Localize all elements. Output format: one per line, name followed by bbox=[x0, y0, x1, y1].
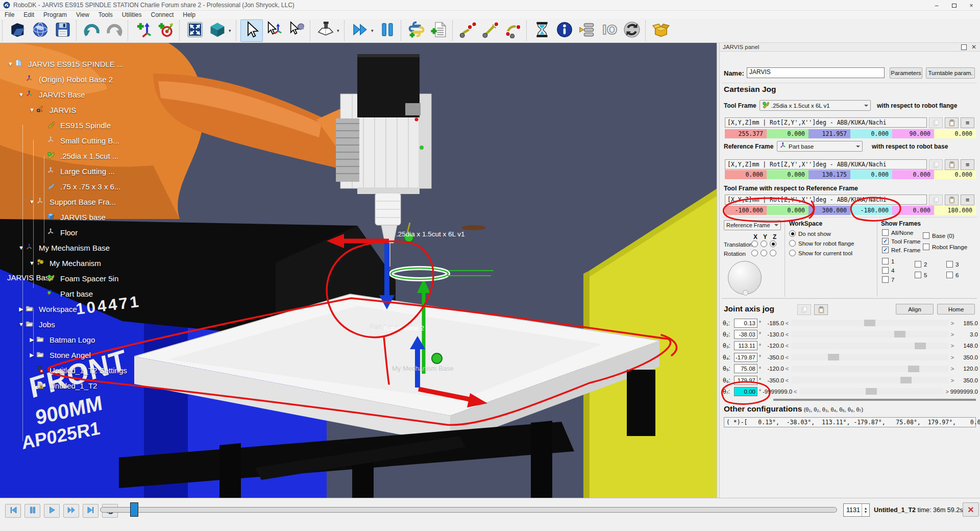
tree-item-es915-spindle[interactable]: ES915 Spindle bbox=[0, 117, 214, 133]
maximize-button[interactable] bbox=[945, 0, 963, 11]
tool-to-reference-pose-value-3[interactable]: -180.000 bbox=[850, 206, 892, 215]
joint-1-value-input[interactable]: 0.13 bbox=[734, 319, 757, 328]
add-python-program-button[interactable] bbox=[405, 19, 428, 42]
move-reference-button[interactable] bbox=[263, 19, 285, 42]
set-io-button[interactable]: IO bbox=[598, 19, 621, 42]
tool-pose-value-2[interactable]: 121.957 bbox=[808, 129, 850, 138]
tool-pose-value-4[interactable]: 90.000 bbox=[892, 129, 934, 138]
tree-item-workspace[interactable]: ▶Workspace bbox=[0, 301, 214, 317]
paste-reference-pose-button[interactable] bbox=[945, 159, 959, 170]
joint-6-increase[interactable]: > bbox=[949, 377, 955, 383]
paste-joints-button[interactable] bbox=[814, 304, 828, 315]
tool-to-reference-pose-value-0[interactable]: -100.000 bbox=[725, 206, 767, 215]
menu-edit[interactable]: Edit bbox=[19, 11, 39, 19]
copy-joints-button[interactable] bbox=[797, 304, 811, 315]
show-frame-5[interactable]: 5 bbox=[915, 272, 927, 278]
workspace-radio-0[interactable] bbox=[789, 230, 796, 237]
show-message-button[interactable] bbox=[553, 19, 576, 42]
reference-pose-value-4[interactable]: 0.000 bbox=[892, 170, 934, 179]
checkbox-icon[interactable] bbox=[946, 272, 953, 278]
play-button[interactable] bbox=[44, 504, 60, 518]
open-file-button[interactable] bbox=[7, 19, 29, 42]
add-program-button[interactable] bbox=[428, 19, 450, 42]
tree-item-jobs[interactable]: ▼Jobs bbox=[0, 317, 214, 332]
show-frame-ref-frame[interactable]: ✓Ref. Frame bbox=[882, 247, 921, 253]
other-config-select[interactable]: ( *)-[ 0.13°, -38.03°, 113.11°, -179.87°… bbox=[724, 417, 976, 427]
menu-tool-to-reference-pose-button[interactable]: ≡ bbox=[961, 195, 974, 205]
workspace-radio-1[interactable] bbox=[789, 240, 796, 247]
joint-2-increase[interactable]: > bbox=[949, 331, 955, 337]
show-frame-4[interactable]: 4 bbox=[882, 267, 894, 274]
turntable-params-button[interactable]: Turntable param. bbox=[926, 67, 975, 79]
close-button[interactable]: × bbox=[963, 0, 980, 11]
expander-down-icon[interactable]: ▼ bbox=[17, 321, 26, 327]
checkbox-icon[interactable] bbox=[923, 244, 929, 250]
checkbox-icon[interactable] bbox=[915, 272, 921, 278]
time-slider-track[interactable] bbox=[100, 507, 837, 513]
joint-2-slider[interactable] bbox=[791, 331, 948, 337]
translation-y-radio[interactable] bbox=[761, 240, 767, 247]
joint-3-slider-handle[interactable] bbox=[915, 343, 926, 349]
tree-item-jarvis-base[interactable]: JARVIS base bbox=[0, 209, 214, 225]
rotation-z-radio[interactable] bbox=[770, 250, 776, 256]
workspace-radio-2[interactable] bbox=[789, 250, 796, 256]
skip-start-button[interactable] bbox=[5, 504, 21, 518]
tool-to-reference-pose-value-4[interactable]: 0.000 bbox=[892, 206, 934, 215]
tree-item-small-cutting-b[interactable]: Small Cutting B... bbox=[0, 133, 214, 148]
reference-pose-value-0[interactable]: 0.000 bbox=[725, 170, 767, 179]
parameters-button[interactable]: Parameters bbox=[890, 67, 922, 79]
time-slider-handle[interactable] bbox=[130, 502, 138, 517]
reference-pose-value-3[interactable]: 0.000 bbox=[850, 170, 892, 179]
tree-item-part-base[interactable]: Part base bbox=[0, 286, 214, 301]
joint-7-increase[interactable]: > bbox=[944, 389, 950, 395]
export-simulation-dropdown-icon[interactable]: ▾ bbox=[337, 19, 342, 42]
joint-6-slider-handle[interactable] bbox=[900, 377, 912, 383]
tree-item-foam-spacer-5in[interactable]: Foam Spacer 5in bbox=[0, 271, 214, 286]
pause-button[interactable] bbox=[24, 504, 40, 518]
menu-program[interactable]: Program bbox=[39, 11, 71, 19]
joint-1-decrease[interactable]: < bbox=[784, 320, 790, 326]
skip-end-button[interactable] bbox=[83, 504, 99, 518]
show-frame-1[interactable]: 1 bbox=[882, 258, 894, 264]
joint-5-increase[interactable]: > bbox=[949, 366, 955, 372]
show-frame-all-none[interactable]: All/None bbox=[882, 229, 913, 236]
isometric-view-button[interactable] bbox=[206, 19, 229, 42]
tree-item-large-cutting[interactable]: Large Cutting ... bbox=[0, 163, 214, 179]
menu-utilities[interactable]: Utilities bbox=[117, 11, 146, 19]
move-linear-instruction-button[interactable] bbox=[479, 19, 502, 42]
move-circular-instruction-button[interactable] bbox=[502, 19, 524, 42]
copy-tool-pose-button[interactable] bbox=[929, 117, 943, 128]
tool-to-reference-pose-value-2[interactable]: 300.000 bbox=[808, 206, 850, 215]
menu-connect[interactable]: Connect bbox=[146, 11, 179, 19]
tool-pose-value-0[interactable]: 255.377 bbox=[725, 129, 767, 138]
menu-reference-pose-button[interactable]: ≡ bbox=[961, 159, 974, 170]
tree-item-my-mechanism-base[interactable]: ▼My Mechanism Base bbox=[0, 240, 214, 255]
reference-pose-value-5[interactable]: 0.000 bbox=[934, 170, 976, 179]
rotation-x-radio[interactable] bbox=[751, 250, 758, 256]
joint-3-decrease[interactable]: < bbox=[784, 343, 790, 349]
tree-item-untitled-1-t2[interactable]: Untitled_1_T2 bbox=[0, 378, 214, 393]
joint-1-slider-handle[interactable] bbox=[864, 320, 875, 326]
joint-3-value-input[interactable]: 113.11 bbox=[734, 341, 757, 350]
menu-tool-pose-button[interactable]: ≡ bbox=[961, 117, 974, 128]
copy-tool-to-reference-pose-button[interactable] bbox=[929, 195, 943, 205]
tree-item-jarvis-es915-spindle[interactable]: ▼JARVIS ES915 SPINDLE ... bbox=[0, 56, 214, 71]
expander-right-icon[interactable]: ▶ bbox=[28, 352, 36, 358]
joint-4-slider-handle[interactable] bbox=[828, 354, 839, 360]
joint-6-value-input[interactable]: 179.97 bbox=[734, 376, 757, 385]
tree-item-support-base-fra[interactable]: ▼Support Base Fra... bbox=[0, 194, 214, 209]
spin-arrows-icon[interactable]: ▲▼ bbox=[862, 504, 869, 516]
jog-knob[interactable] bbox=[728, 261, 762, 295]
joint-6-slider[interactable] bbox=[791, 377, 948, 383]
workspace-option-1[interactable]: Show for robot flange bbox=[789, 240, 854, 247]
redo-button[interactable] bbox=[103, 19, 126, 42]
paste-tool-pose-button[interactable] bbox=[945, 117, 959, 128]
frame-spinbox[interactable]: 1131 ▲▼ bbox=[843, 503, 870, 517]
jog-frame-select[interactable]: Reference Frame bbox=[724, 220, 781, 230]
tree-item-25dia-x-1-5cut[interactable]: .25dia x 1.5cut ... bbox=[0, 148, 214, 163]
tree-item-jarvis[interactable]: ▼JARVIS bbox=[0, 102, 214, 117]
joint-7-slider-handle[interactable] bbox=[866, 388, 877, 395]
checkbox-icon[interactable] bbox=[882, 276, 889, 283]
joint-1-slider[interactable] bbox=[791, 320, 948, 326]
name-input[interactable]: JARVIS bbox=[747, 67, 885, 78]
